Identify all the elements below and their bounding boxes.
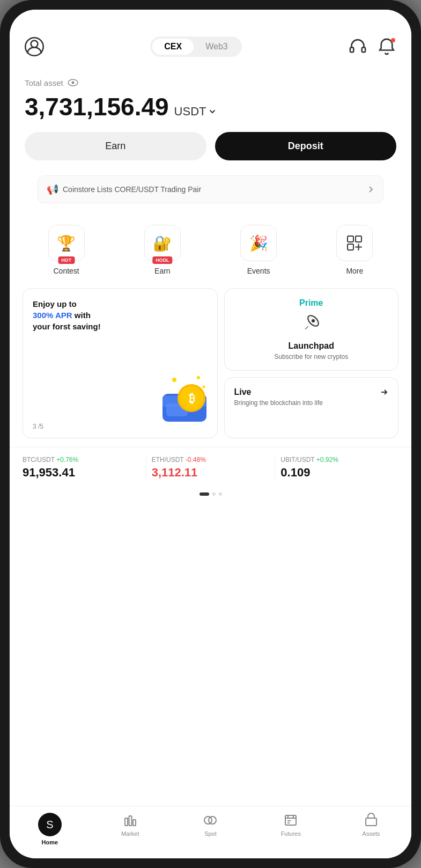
- action-buttons: Earn Deposit: [25, 132, 396, 160]
- launchpad-title: Launchpad: [289, 341, 334, 351]
- asset-amount: 3,731,156.49 USDT: [25, 92, 396, 121]
- svg-text:₿: ₿: [188, 392, 194, 405]
- card-indicator: 3 /5: [33, 423, 43, 430]
- asset-section: Total asset 3,731,156.49 USDT: [10, 67, 411, 173]
- futures-icon: [283, 813, 298, 828]
- savings-card[interactable]: Enjoy up to 300% APR withyour forst savi…: [23, 288, 218, 438]
- scroll-dots: [10, 488, 411, 498]
- launchpad-icon: [301, 313, 321, 337]
- more-icon: [336, 225, 373, 261]
- notification-dot: [391, 38, 395, 42]
- ticker-divider-1: [146, 456, 146, 480]
- ticker-ubit[interactable]: UBIT/USDT +0.92% 0.109: [280, 456, 398, 480]
- ubit-price: 0.109: [280, 466, 398, 480]
- launchpad-subtitle: Subscribe for new cryptos: [274, 353, 348, 361]
- nav-toggle: CEX Web3: [150, 36, 241, 57]
- quick-actions: 🏆 HOT Contest 🔐 HODL Earn 🎉: [10, 212, 411, 284]
- live-title: Live: [234, 387, 389, 397]
- cards-section: Enjoy up to 300% APR withyour forst savi…: [10, 284, 411, 447]
- events-icon: 🎉: [240, 225, 277, 261]
- assets-label: Assets: [363, 830, 380, 837]
- live-card[interactable]: Live Bringing the blockchain into life: [224, 377, 399, 438]
- svg-point-5: [71, 82, 74, 84]
- btc-price: 91,953.41: [23, 466, 141, 480]
- quick-action-more[interactable]: More: [336, 225, 373, 275]
- svg-rect-3: [362, 47, 365, 52]
- assets-icon: [364, 813, 379, 828]
- market-label: Market: [121, 830, 139, 837]
- svg-point-13: [202, 386, 205, 388]
- ticker-btc[interactable]: BTC/USDT +0.76% 91,953.41: [23, 456, 141, 480]
- nav-spot[interactable]: Spot: [194, 813, 226, 845]
- svg-point-12: [197, 376, 200, 379]
- ticker-eth[interactable]: ETH/USDT -0.48% 3,112.11: [152, 456, 270, 480]
- svg-rect-7: [356, 236, 361, 242]
- nav-assets[interactable]: Assets: [355, 813, 387, 845]
- deposit-button[interactable]: Deposit: [215, 132, 397, 160]
- svg-point-0: [31, 40, 38, 47]
- live-subtitle: Bringing the blockchain into life: [234, 399, 389, 407]
- earn-label: Earn: [154, 267, 171, 275]
- bell-icon[interactable]: [377, 37, 396, 56]
- eth-pair: ETH/USDT -0.48%: [152, 456, 270, 464]
- asset-label: Total asset: [25, 77, 396, 88]
- market-ticker: BTC/USDT +0.76% 91,953.41 ETH/USDT -0.48…: [10, 447, 411, 488]
- prime-label: Prime: [299, 298, 323, 308]
- earn-icon: 🔐 HODL: [144, 225, 181, 261]
- bottom-nav: S Home Market Spot: [10, 806, 411, 858]
- quick-action-earn[interactable]: 🔐 HODL Earn: [144, 225, 181, 275]
- nav-market[interactable]: Market: [114, 813, 146, 845]
- svg-rect-34: [366, 818, 376, 826]
- events-label: Events: [247, 267, 270, 275]
- home-label: Home: [42, 839, 58, 845]
- nav-home[interactable]: S Home: [34, 813, 66, 845]
- headset-icon[interactable]: [348, 37, 367, 56]
- profile-icon[interactable]: [25, 37, 44, 56]
- more-label: More: [346, 267, 363, 275]
- contest-label: Contest: [54, 267, 79, 275]
- hot-badge: HOT: [58, 256, 75, 264]
- svg-rect-25: [133, 820, 136, 826]
- announcement-text: 📢 Coinstore Lists CORE/USDT Trading Pair: [47, 183, 201, 195]
- card-right: Prime Launchpad Subscribe for new crypto…: [224, 288, 399, 438]
- svg-rect-8: [348, 244, 353, 250]
- svg-rect-24: [129, 816, 131, 826]
- btc-pair: BTC/USDT +0.76%: [23, 456, 141, 464]
- quick-action-events[interactable]: 🎉 Events: [240, 225, 277, 275]
- asset-value: 3,731,156.49: [25, 92, 169, 121]
- ticker-divider-2: [275, 456, 275, 480]
- spot-icon: [203, 813, 218, 828]
- nav-icons: [348, 37, 396, 56]
- contest-icon: 🏆 HOT: [48, 225, 85, 261]
- status-bar: [10, 10, 411, 31]
- quick-action-contest[interactable]: 🏆 HOT Contest: [48, 225, 85, 275]
- asset-currency: USDT: [174, 105, 217, 119]
- earn-button[interactable]: Earn: [25, 132, 206, 160]
- dot-3: [219, 492, 222, 496]
- svg-rect-23: [125, 818, 128, 826]
- svg-point-22: [312, 319, 315, 322]
- eth-price: 3,112.11: [152, 466, 270, 480]
- announcement-bar[interactable]: 📢 Coinstore Lists CORE/USDT Trading Pair: [38, 175, 383, 203]
- cex-tab[interactable]: CEX: [152, 39, 194, 55]
- svg-point-11: [172, 378, 176, 382]
- futures-label: Futures: [281, 830, 301, 837]
- web3-tab[interactable]: Web3: [194, 39, 240, 55]
- top-nav: CEX Web3: [10, 31, 411, 67]
- dot-1: [200, 492, 209, 496]
- content-area: Total asset 3,731,156.49 USDT: [10, 67, 411, 806]
- spot-label: Spot: [204, 830, 217, 837]
- bitcoin-illustration: ₿: [158, 373, 212, 422]
- market-icon: [123, 813, 138, 828]
- svg-rect-6: [348, 236, 353, 242]
- home-icon: S: [38, 813, 62, 836]
- dot-2: [212, 492, 216, 496]
- ubit-pair: UBIT/USDT +0.92%: [280, 456, 398, 464]
- nav-futures[interactable]: Futures: [275, 813, 307, 845]
- svg-rect-2: [350, 47, 353, 52]
- hodl-badge: HODL: [152, 256, 173, 264]
- savings-card-title: Enjoy up to 300% APR withyour forst savi…: [33, 298, 208, 332]
- launchpad-card[interactable]: Prime Launchpad Subscribe for new crypto…: [224, 288, 399, 371]
